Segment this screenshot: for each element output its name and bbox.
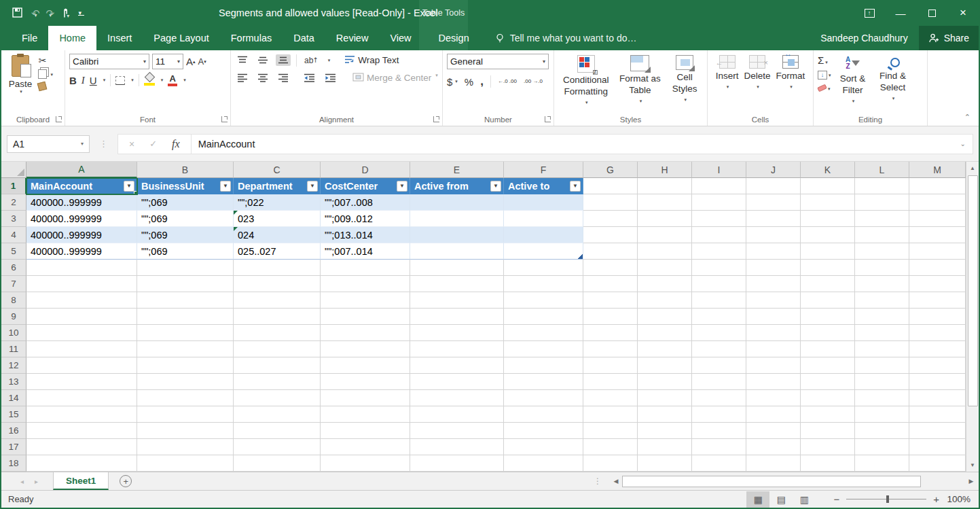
cell[interactable] xyxy=(26,357,137,374)
cell[interactable] xyxy=(746,211,801,227)
cell[interactable] xyxy=(137,374,234,390)
fill-color-icon[interactable] xyxy=(144,75,155,86)
cell[interactable] xyxy=(692,455,746,472)
row-header[interactable]: 9 xyxy=(1,309,26,325)
filter-dropdown-icon[interactable]: ▼ xyxy=(490,181,501,192)
cell[interactable] xyxy=(410,439,504,455)
cell-e5[interactable] xyxy=(410,243,504,260)
cell[interactable] xyxy=(855,341,909,357)
cell[interactable] xyxy=(137,292,234,309)
cell-b2[interactable]: "";069 xyxy=(137,194,234,211)
cell[interactable] xyxy=(855,357,909,374)
tab-formulas[interactable]: Formulas xyxy=(220,26,283,50)
cell[interactable] xyxy=(504,309,583,325)
increase-indent-icon[interactable] xyxy=(323,72,338,84)
zoom-level[interactable]: 100% xyxy=(939,494,970,504)
cell[interactable] xyxy=(321,439,410,455)
vertical-scrollbar-thumb[interactable] xyxy=(968,175,978,406)
cell-b4[interactable]: "";069 xyxy=(137,227,234,243)
cell[interactable] xyxy=(583,211,638,227)
increase-decimal-icon[interactable]: ←.0 .00 xyxy=(498,79,517,85)
cell[interactable] xyxy=(638,243,692,260)
cell[interactable] xyxy=(504,374,583,390)
cell[interactable] xyxy=(801,276,855,292)
cell[interactable] xyxy=(746,423,801,439)
row-header-5[interactable]: 5 xyxy=(1,243,26,260)
cell[interactable] xyxy=(583,455,638,472)
cell[interactable] xyxy=(137,276,234,292)
format-cells-button[interactable]: ↔ Format ▾ xyxy=(776,54,805,112)
cell-c4-error-flag[interactable]: 024 xyxy=(234,227,321,243)
cell[interactable] xyxy=(692,325,746,341)
cell[interactable] xyxy=(855,455,909,472)
cell[interactable] xyxy=(234,341,321,357)
tab-file[interactable]: File xyxy=(11,26,48,50)
cell[interactable] xyxy=(855,439,909,455)
cell[interactable] xyxy=(583,325,638,341)
cell-c5[interactable]: 025..027 xyxy=(234,243,321,260)
align-right-icon[interactable] xyxy=(276,72,291,84)
cell[interactable] xyxy=(504,341,583,357)
font-size-combo[interactable]: 11▾ xyxy=(152,54,183,69)
cell[interactable] xyxy=(583,292,638,309)
column-header-i[interactable]: I xyxy=(692,162,746,178)
tab-data[interactable]: Data xyxy=(283,26,325,50)
cell[interactable] xyxy=(746,227,801,243)
cell[interactable] xyxy=(410,276,504,292)
cell[interactable] xyxy=(746,439,801,455)
cell[interactable] xyxy=(504,406,583,423)
cell[interactable] xyxy=(801,227,855,243)
cell[interactable] xyxy=(638,439,692,455)
cell[interactable] xyxy=(801,374,855,390)
decrease-indent-icon[interactable] xyxy=(302,72,317,84)
row-header[interactable]: 12 xyxy=(1,357,26,374)
fill-handle[interactable] xyxy=(134,191,137,194)
cell-f3[interactable] xyxy=(504,211,583,227)
cell[interactable] xyxy=(909,439,966,455)
cell[interactable] xyxy=(692,260,746,276)
tab-view[interactable]: View xyxy=(379,26,422,50)
name-box-dropdown-icon[interactable]: ▾ xyxy=(81,141,84,147)
cell[interactable] xyxy=(638,374,692,390)
collapse-ribbon-icon[interactable]: ⌃ xyxy=(964,113,970,122)
cell-f1[interactable]: Active to▼ xyxy=(504,178,583,194)
align-left-icon[interactable] xyxy=(235,72,250,84)
row-header-3[interactable]: 3 xyxy=(1,211,26,227)
cell[interactable] xyxy=(909,227,966,243)
cell[interactable] xyxy=(801,178,855,194)
cell[interactable] xyxy=(692,243,746,260)
cell[interactable] xyxy=(410,260,504,276)
cell[interactable] xyxy=(504,390,583,406)
cell[interactable] xyxy=(137,390,234,406)
cut-icon[interactable]: ✂ xyxy=(38,55,47,66)
cell[interactable] xyxy=(26,325,137,341)
cell[interactable] xyxy=(583,423,638,439)
cell[interactable] xyxy=(855,423,909,439)
cell[interactable] xyxy=(410,357,504,374)
paste-dropdown-icon[interactable]: ▾ xyxy=(20,89,22,94)
cell[interactable] xyxy=(410,455,504,472)
cell[interactable] xyxy=(583,390,638,406)
scroll-down-icon[interactable]: ▼ xyxy=(966,459,979,472)
row-header[interactable]: 6 xyxy=(1,260,26,276)
cell[interactable] xyxy=(909,455,966,472)
cell[interactable] xyxy=(26,292,137,309)
zoom-slider[interactable] xyxy=(846,499,926,499)
cell[interactable] xyxy=(137,423,234,439)
cell[interactable] xyxy=(909,276,966,292)
cell[interactable] xyxy=(321,455,410,472)
cell[interactable] xyxy=(504,455,583,472)
cell[interactable] xyxy=(321,390,410,406)
cell[interactable] xyxy=(234,406,321,423)
cell[interactable] xyxy=(855,243,909,260)
row-header-2[interactable]: 2 xyxy=(1,194,26,211)
cell[interactable] xyxy=(638,292,692,309)
cell-f5-table-resize-handle[interactable] xyxy=(504,243,583,260)
cell[interactable] xyxy=(746,276,801,292)
insert-cells-button[interactable]: ← Insert ▾ xyxy=(716,54,739,112)
column-header-c[interactable]: C xyxy=(234,162,321,178)
zoom-slider-thumb[interactable] xyxy=(886,495,889,503)
tab-review[interactable]: Review xyxy=(325,26,380,50)
cell[interactable] xyxy=(801,243,855,260)
cell[interactable] xyxy=(909,341,966,357)
